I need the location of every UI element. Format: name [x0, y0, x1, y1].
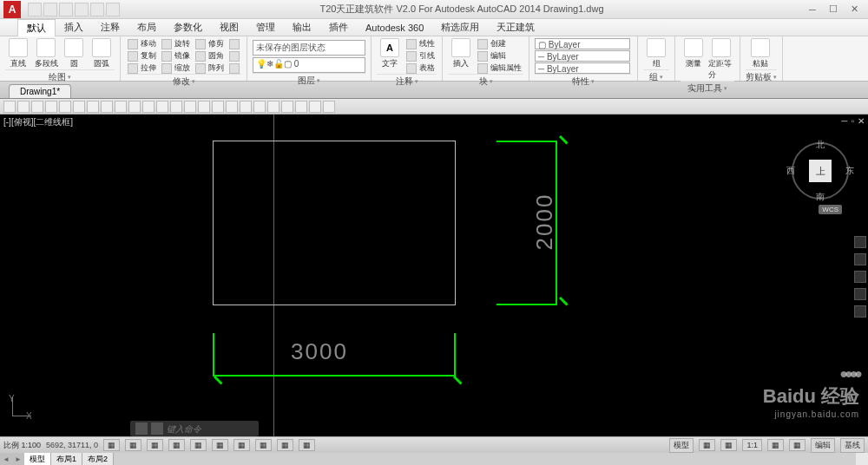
app-logo[interactable]: A: [3, 1, 21, 18]
tb-btn[interactable]: [212, 101, 224, 113]
tb-btn[interactable]: [17, 101, 30, 113]
viewcube-face[interactable]: 上: [809, 160, 832, 182]
status-toggle[interactable]: ▦: [168, 439, 185, 451]
scroll-right-icon[interactable]: ►: [12, 453, 24, 465]
status-toggle[interactable]: ▦: [233, 439, 250, 451]
qat-btn[interactable]: [90, 3, 104, 16]
tab-view[interactable]: 视图: [211, 19, 247, 36]
status-toggle[interactable]: ▦: [299, 439, 315, 451]
status-toggle[interactable]: ▦: [212, 439, 228, 451]
tab-parametric[interactable]: 参数化: [165, 19, 211, 36]
baseline-button[interactable]: 基线: [840, 438, 865, 453]
text-button[interactable]: A文字: [377, 38, 403, 74]
panel-label[interactable]: 绘图: [5, 69, 115, 84]
nav-zoom-icon[interactable]: [854, 271, 866, 283]
tb-btn[interactable]: [142, 101, 155, 113]
mod-extra[interactable]: [227, 38, 241, 49]
qat-btn[interactable]: [106, 3, 120, 16]
command-line[interactable]: [130, 421, 259, 436]
viewport-close-icon[interactable]: ✕: [858, 116, 865, 126]
nav-wheel-icon[interactable]: [854, 236, 866, 248]
panel-label[interactable]: 实用工具: [681, 81, 734, 95]
tab-default[interactable]: 默认: [17, 19, 56, 36]
divide-button[interactable]: 定距等分: [708, 38, 734, 81]
nav-orbit-icon[interactable]: [854, 288, 866, 300]
tb-btn[interactable]: [240, 101, 252, 113]
drawing-canvas[interactable]: [-][俯视][二维线框] ─ ▫ ✕ 3000 2000 YX 上 北 南 东…: [0, 115, 868, 436]
file-tab[interactable]: Drawing1*: [9, 84, 71, 98]
paste-button[interactable]: 粘贴: [747, 38, 773, 69]
mod-extra[interactable]: [227, 62, 241, 74]
panel-label[interactable]: 图层: [253, 73, 365, 88]
panel-label[interactable]: 剪贴板: [746, 69, 777, 84]
stretch-button[interactable]: 拉伸: [126, 62, 158, 74]
layout-tab-2[interactable]: 布局2: [82, 453, 114, 465]
color-combo[interactable]: ▢ ByLayer: [535, 38, 630, 49]
line-button[interactable]: 直线: [5, 38, 31, 69]
layer-state-combo[interactable]: 未保存的图层状态: [253, 40, 365, 56]
edit-button[interactable]: 编辑: [811, 438, 835, 453]
tb-btn[interactable]: [59, 101, 71, 113]
tb-btn[interactable]: [170, 101, 182, 113]
status-toggle[interactable]: ▦: [255, 439, 272, 451]
status-toggle[interactable]: ▦: [767, 439, 784, 451]
status-toggle[interactable]: ▦: [147, 439, 163, 451]
close-button[interactable]: ✕: [845, 3, 863, 16]
command-input[interactable]: [167, 424, 253, 434]
linetype-combo[interactable]: ─ ByLayer: [535, 62, 630, 74]
linear-dim-button[interactable]: 线性: [404, 38, 437, 49]
tab-annotate[interactable]: 注释: [92, 19, 128, 36]
tb-btn[interactable]: [156, 101, 168, 113]
group-button[interactable]: 组: [643, 38, 669, 69]
polyline-button[interactable]: 多段线: [33, 38, 59, 69]
layout-tab-1[interactable]: 布局1: [51, 453, 82, 465]
rotate-button[interactable]: 旋转: [160, 38, 192, 49]
tb-btn[interactable]: [226, 101, 238, 113]
viewport-restore-icon[interactable]: ▫: [851, 116, 854, 126]
qat-btn[interactable]: [75, 3, 89, 16]
status-toggle[interactable]: ▦: [190, 439, 207, 451]
modelspace-button[interactable]: 模型: [669, 438, 694, 453]
tab-layout[interactable]: 布局: [128, 19, 165, 36]
tb-btn[interactable]: [309, 101, 321, 113]
tb-btn[interactable]: [281, 101, 293, 113]
annotation-scale[interactable]: 1:1: [742, 439, 762, 451]
maximize-button[interactable]: ☐: [825, 3, 842, 16]
tb-btn[interactable]: [253, 101, 266, 113]
qat-btn[interactable]: [43, 3, 57, 16]
layer-combo[interactable]: 💡❄🔓▢ 0: [253, 57, 365, 73]
create-block-button[interactable]: 创建: [476, 38, 523, 49]
tab-plugins[interactable]: 插件: [320, 19, 357, 36]
tb-btn[interactable]: [45, 101, 57, 113]
fillet-button[interactable]: 圆角: [194, 50, 226, 62]
scroll-left-icon[interactable]: ◄: [0, 453, 12, 465]
mod-extra[interactable]: [227, 50, 241, 62]
edit-block-button[interactable]: 编辑: [476, 50, 523, 62]
panel-label[interactable]: 修改: [126, 74, 241, 88]
wcs-badge[interactable]: WCS: [819, 205, 842, 214]
status-toggle[interactable]: ▦: [125, 439, 141, 451]
tab-featured[interactable]: 精选应用: [432, 19, 488, 36]
panel-label[interactable]: 注释: [377, 74, 437, 88]
status-toggle[interactable]: ▦: [720, 439, 737, 451]
layout-tab-model[interactable]: 模型: [24, 453, 51, 465]
tb-btn[interactable]: [101, 101, 113, 113]
minimize-button[interactable]: ─: [804, 3, 821, 16]
array-button[interactable]: 阵列: [194, 62, 226, 74]
copy-button[interactable]: 复制: [126, 50, 158, 62]
panel-label[interactable]: 组: [643, 69, 669, 84]
trim-button[interactable]: 修剪: [194, 38, 226, 49]
edit-attr-button[interactable]: 编辑属性: [476, 62, 523, 74]
tb-btn[interactable]: [184, 101, 196, 113]
qat-btn[interactable]: [59, 3, 73, 16]
arc-button[interactable]: 圆弧: [89, 38, 115, 69]
measure-button[interactable]: 测量: [681, 38, 707, 81]
tb-btn[interactable]: [128, 101, 141, 113]
mirror-button[interactable]: 镜像: [160, 50, 192, 62]
status-toggle[interactable]: ▦: [699, 439, 715, 451]
tb-btn[interactable]: [73, 101, 85, 113]
horizontal-dimension[interactable]: [213, 375, 456, 377]
tb-btn[interactable]: [323, 101, 335, 113]
status-toggle[interactable]: ▦: [277, 439, 293, 451]
panel-label[interactable]: 特性: [535, 74, 632, 88]
